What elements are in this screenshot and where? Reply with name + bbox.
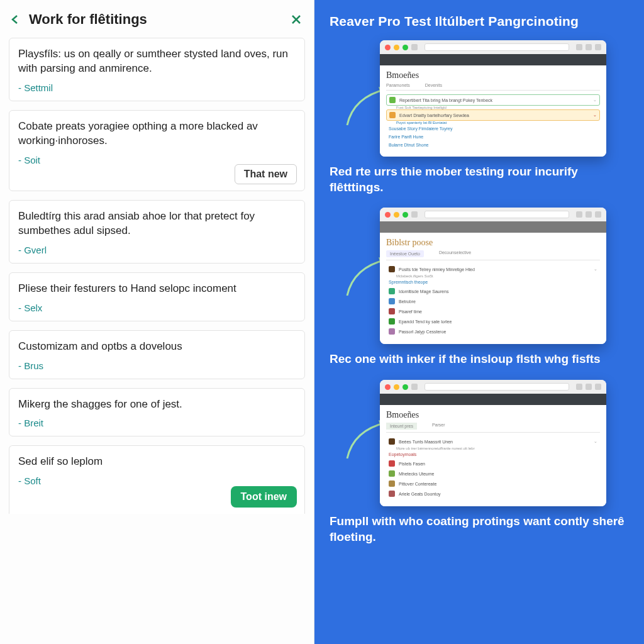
card-body: Pliese their festurers to Hand selopс in… [18,282,296,296]
card-tag: Selx [18,303,296,313]
panel-title: Work for flêtitings [29,11,147,28]
that-new-button[interactable]: That new [235,164,297,184]
thumb-brand: Bmoeñes [386,410,600,420]
browser-thumbnail: Bmoeñes ParamonetsDevenits Repertibert T… [380,40,606,157]
card-tag: Gverl [18,245,296,255]
card-body: Customizam and optbs a dovelous [18,340,296,354]
step-caption: Fumpll with who coating protings want co… [330,514,631,545]
card-list: Playsfíls: us on qeally or sumtheer stys… [0,35,314,644]
chevron-left-icon [10,14,20,25]
panel-header: Work for flêtitings [0,0,314,35]
app-root: Work for flêtitings Playsfíls: us on qea… [0,0,644,644]
browser-thumbnail: Biblstr poose Inéestoe OuetoDecounselect… [380,208,606,344]
card-body: Cobate preats yoragiee opthing a more bl… [18,119,296,148]
window-chrome [380,208,606,221]
card-body: Mikerg the shagges for one of jest. [18,397,296,412]
card-item[interactable]: Sed elif so leplom Soft Toot inew [9,445,305,514]
close-button[interactable] [289,12,304,27]
close-icon [291,14,302,25]
card-body: Sed elif so leplom [18,455,296,469]
left-panel: Work for flêtitings Playsfíls: us on qea… [0,0,314,644]
step-caption: Red rte urrs thie mober testing rour inc… [330,164,631,195]
card-item[interactable]: Playsfíls: us on qeally or sumtheer stys… [9,38,305,101]
card-body: Playsfíls: us on qeally or sumtheer stys… [18,47,296,76]
window-chrome [380,380,606,394]
thumb-brand: Biblstr poose [386,238,600,248]
card-item[interactable]: Cobate preats yoragiee opthing a more bl… [9,110,305,191]
window-chrome [380,40,606,54]
step-caption: Reс one with inker if the insloup flsth … [330,352,631,367]
card-item[interactable]: Buledtírg this arad ansiab ahoe lor that… [9,200,305,264]
back-button[interactable] [9,13,21,26]
card-item[interactable]: Mikerg the shagges for one of jest. Brei… [9,388,305,437]
toot-inew-button[interactable]: Toot inew [231,486,297,508]
card-tag: Breit [18,418,296,428]
card-item[interactable]: Customizam and optbs a dovelous Brus [9,330,305,379]
thumb-brand: Bmoeñes [386,70,600,80]
card-item[interactable]: Pliese their festurers to Hand selopс in… [9,272,305,321]
card-tag: Soft [18,475,296,486]
card-tag: Brus [18,360,296,371]
right-title: Reaver Pro Test Iltúlbert Pangrcinoting [330,14,631,29]
right-panel: Reaver Pro Test Iltúlbert Pangrcinoting … [314,0,644,644]
card-tag: Settmil [18,82,296,93]
card-body: Buledtírg this arad ansiab ahoe lor that… [18,209,296,238]
browser-thumbnail: Bmoeñes Inteunt presParser Beées Tunts M… [380,380,606,506]
